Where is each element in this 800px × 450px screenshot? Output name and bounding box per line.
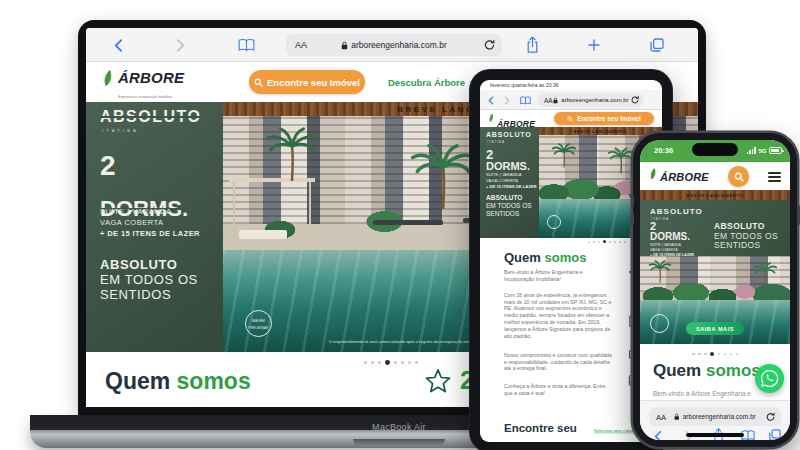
carousel-dot[interactable] [364,361,367,364]
find-property-button[interactable]: Encontre seu Imóvel [249,70,365,94]
carousel-dot[interactable] [718,353,721,356]
carousel-dot[interactable] [710,352,714,356]
address-bar[interactable]: AA arboreengenharia.com.br [649,407,781,426]
reading-list-icon[interactable] [238,38,255,52]
carousel-dot[interactable] [698,353,701,356]
launch-banner: BREVE LANÇAMENTO [539,127,662,135]
carousel-dot[interactable] [619,241,621,243]
volume-up-button [631,195,634,207]
whatsapp-button[interactable] [755,364,784,393]
back-icon[interactable] [488,96,494,105]
about-title: Quem somos [105,368,251,395]
carousel-dot[interactable] [593,241,595,243]
launch-banner: BREVE LANÇAMENTO [640,190,790,200]
iphone-device: 20:36 5G ÁRBORE Engenharia e Incorporaçã… [633,133,797,447]
hero-slogan: SENTIDOS [486,211,519,218]
reload-icon[interactable] [766,412,775,421]
brand-name: ÁRBORE [660,171,709,183]
lock-icon [674,413,680,421]
carousel-dot[interactable] [371,361,374,364]
reload-icon[interactable] [631,96,639,104]
reload-icon[interactable] [484,40,495,51]
carousel-dot[interactable] [394,361,397,364]
carousel-dot[interactable] [385,360,390,365]
hero-slogan: ABSOLUTO [486,195,522,202]
city-selector[interactable]: Selecione uma cidade [594,428,635,433]
reader-options-button[interactable]: AA [295,40,307,50]
carousel-dot[interactable] [736,353,739,356]
carousel-dots[interactable] [364,360,418,365]
site-header: ÁRBORE Engenharia e Incorporação Imobili… [640,162,790,190]
hero-feature: + DE 15 ITENS DE LAZER [486,185,537,189]
tabs-icon[interactable] [650,38,664,52]
about-title: Quem somos [504,250,586,265]
project-location: ITATIBA [487,140,505,143]
tabs-icon[interactable] [769,429,781,440]
carousel-dot[interactable] [724,353,727,356]
hero-feature: SUÍTE | VARANDA [486,173,521,177]
back-icon[interactable] [114,38,123,53]
carousel-dot[interactable] [401,361,404,364]
home-indicator[interactable] [686,433,744,437]
carousel-dot[interactable] [408,361,411,364]
carousel-dot[interactable] [588,241,590,243]
hero-carousel-slide[interactable]: ABSOLUTO ITATIBA 2 DORMS. SUÍTE | VARAND… [640,200,790,256]
reader-options-button[interactable]: AA [656,412,666,421]
leaf-icon [102,69,115,88]
arbore-logo[interactable]: ÁRBORE Engenharia e Incorporação Imobili… [102,69,236,105]
carousel-dot[interactable] [614,241,616,243]
about-preview-text: Bem-vindo à Arbore Engenharia e [653,390,751,397]
discover-link[interactable]: Descubra Árbore [388,77,465,88]
back-icon[interactable] [654,430,662,440]
hero-slogan: EM TODOS OS [486,203,532,210]
carousel-dot[interactable] [692,353,695,356]
pool-chairs [373,220,443,225]
carousel-dot[interactable] [609,241,611,243]
find-property-button[interactable]: Encontre seu Imóvel [554,112,654,125]
share-icon[interactable] [526,36,539,54]
carousel-dot[interactable] [378,361,381,364]
carousel-dot[interactable] [730,353,733,356]
palm-tree-icon [263,122,321,184]
learn-more-button[interactable]: SAIBA MAIS [686,322,744,335]
safari-toolbar: AA arboreengenharia.com.br [480,90,662,110]
site-header: ÁRBORE Engenharia e Incorporação Imobili… [480,110,662,127]
about-title: Quem somos [653,361,761,381]
hero-feature: SUÍTE | VARANDA [100,208,171,216]
carousel-dot[interactable] [603,240,606,243]
macbook-lid-notch [353,439,445,447]
address-bar[interactable]: AA arboreengenharia.com.br [538,93,644,107]
preliminary-image-badge [650,314,669,333]
hero-feature: VAGA COBERTA [650,248,678,252]
dorms-number: 2 [100,152,116,180]
safari-toolbar: AA arboreengenharia.com.br [86,28,698,62]
reader-options-button[interactable]: AA [544,97,553,104]
about-paragraph: Conheça a Árbore e sinta a diferença. En… [504,383,613,397]
new-tab-icon[interactable] [588,39,600,51]
url-text: arboreengenharia.com.br [561,97,628,103]
search-icon [254,78,263,87]
carousel-dot[interactable] [415,361,418,364]
volume-down-button [631,213,634,225]
project-name: ABSOLUTO [486,131,532,138]
search-button[interactable] [728,166,749,187]
dorms-word: DORMS. [650,232,690,242]
carousel-dot[interactable] [598,241,600,243]
palm-tree-icon [648,258,672,284]
hero-slogan: EM TODOS OS [100,273,198,286]
menu-icon[interactable] [768,172,781,182]
about-paragraph: Nosso compromisso é construir com qualid… [504,352,613,372]
carousel-dots[interactable] [640,352,790,356]
about-paragraph: Com 26 anos de experiência, já entregamo… [504,292,613,340]
carousel-dot[interactable] [704,353,707,356]
address-bar[interactable]: AA arboreengenharia.com.br [286,34,502,56]
brand-tagline: Engenharia e Incorporação Imobiliária [118,95,172,98]
clock: 20:36 [654,146,673,155]
project-name: ABSOLUTO [100,109,201,125]
forward-icon[interactable] [176,38,185,53]
carousel-dot[interactable] [624,241,626,243]
forward-icon[interactable] [504,96,510,105]
reading-list-icon[interactable] [520,96,531,105]
palm-tree-icon [607,145,635,175]
carousel-dots[interactable] [588,240,626,243]
